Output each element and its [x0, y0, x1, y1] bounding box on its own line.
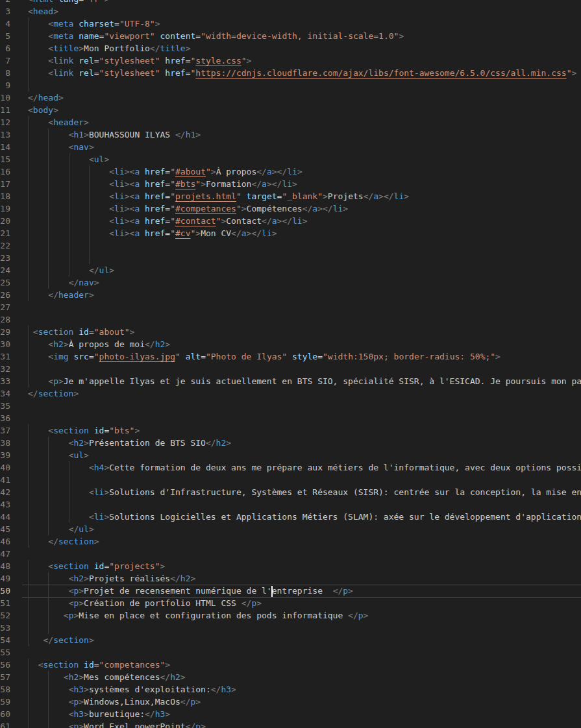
code-line-10[interactable]: 10</head> [0, 91, 581, 104]
code-text[interactable]: <h2>Mes compétences</h2> [28, 671, 186, 683]
line-number-55[interactable]: 55 [0, 646, 10, 659]
line-number-8[interactable]: 8 [0, 67, 10, 79]
code-text[interactable]: <h3>bureutique:</h3> [28, 708, 170, 720]
code-text[interactable]: <h2>Projets réalisés</h2> [28, 572, 195, 585]
code-line-57[interactable]: 57 <h2>Mes compétences</h2> [0, 671, 581, 683]
code-text[interactable]: <img src="photo-ilyas.jpg" alt="Photo de… [28, 350, 501, 363]
code-text[interactable]: </ul> [28, 523, 94, 535]
code-line-11[interactable]: 11<body> [0, 104, 581, 116]
code-line-14[interactable]: 14 <nav> [0, 141, 581, 153]
code-line-47[interactable]: 47 [0, 548, 581, 560]
line-number-14[interactable]: 14 [0, 141, 10, 153]
code-line-26[interactable]: 26 </header> [0, 289, 581, 301]
code-line-45[interactable]: 45 </ul> [0, 523, 581, 535]
code-line-48[interactable]: 48 <section id="projects"> [0, 560, 581, 572]
line-number-48[interactable]: 48 [0, 560, 10, 572]
code-line-54[interactable]: 54 </section> [0, 634, 581, 646]
line-number-42[interactable]: 42 [0, 486, 10, 498]
code-line-6[interactable]: 6 <title>Mon Portfolio</title> [0, 42, 581, 55]
code-line-39[interactable]: 39 <ul> [0, 449, 581, 461]
line-number-45[interactable]: 45 [0, 523, 10, 535]
line-number-53[interactable]: 53 [0, 622, 10, 634]
line-number-15[interactable]: 15 [0, 153, 10, 165]
code-line-21[interactable]: 21 <li><a href="#cv">Mon CV</a></li> [0, 227, 581, 239]
code-line-49[interactable]: 49 <h2>Projets réalisés</h2> [0, 572, 581, 585]
code-line-38[interactable]: 38 <h2>Présentation de BTS SIO</h2> [0, 437, 581, 449]
code-text[interactable]: </head> [28, 91, 64, 104]
line-number-17[interactable]: 17 [0, 178, 10, 190]
code-text[interactable]: <li>Solutions d'Infrastructure, Systèmes… [28, 486, 581, 498]
code-line-42[interactable]: 42 <li>Solutions d'Infrastructure, Systè… [0, 486, 581, 498]
code-text[interactable]: <li>Solutions Logicielles et Application… [28, 511, 581, 523]
code-text[interactable]: <h3>systèmes d'exploitation:</h3> [28, 683, 236, 696]
code-line-4[interactable]: 4 <meta charset="UTF-8"> [0, 18, 581, 30]
code-line-53[interactable]: 53 [0, 622, 581, 634]
code-line-37[interactable]: 37 <section id="bts"> [0, 424, 581, 437]
code-text[interactable]: </nav> [28, 276, 99, 289]
code-text[interactable] [28, 498, 89, 511]
code-text[interactable]: <link rel="stylesheet" href="style.css"> [28, 55, 251, 67]
code-line-50[interactable]: 50 <p>Projet de recensement numérique de… [0, 585, 581, 597]
line-number-40[interactable]: 40 [0, 461, 10, 474]
line-number-43[interactable]: 43 [0, 498, 10, 511]
code-line-29[interactable]: 29 <section id="about"> [0, 326, 581, 338]
code-text[interactable]: <p>Word,Exel,powerPoint</p> [28, 720, 206, 728]
line-number-23[interactable]: 23 [0, 252, 10, 264]
code-line-20[interactable]: 20 <li><a href="#contact">Contact</a></l… [0, 215, 581, 227]
line-number-32[interactable]: 32 [0, 363, 10, 375]
line-number-7[interactable]: 7 [0, 55, 10, 67]
code-text[interactable]: <section id="projects"> [28, 560, 165, 572]
line-number-46[interactable]: 46 [0, 535, 10, 548]
code-line-36[interactable]: 36 [0, 412, 581, 424]
code-line-8[interactable]: 8 <link rel="stylesheet" href="https://c… [0, 67, 581, 79]
code-line-56[interactable]: 56 <section id="competances"> [0, 659, 581, 671]
line-number-31[interactable]: 31 [0, 350, 10, 363]
code-line-34[interactable]: 34</section> [0, 387, 581, 400]
code-text[interactable]: </header> [28, 289, 94, 301]
code-line-19[interactable]: 19 <li><a href="#competances">Compétence… [0, 202, 581, 215]
code-line-51[interactable]: 51 <p>Création de portfolio HTML CSS </p… [0, 597, 581, 609]
line-number-11[interactable]: 11 [0, 104, 10, 116]
code-text[interactable]: <body> [28, 104, 58, 116]
code-line-28[interactable]: 28 [0, 313, 581, 326]
code-text[interactable]: <h2>Présentation de BTS SIO</h2> [28, 437, 231, 449]
line-number-12[interactable]: 12 [0, 116, 10, 128]
line-number-54[interactable]: 54 [0, 634, 10, 646]
code-text[interactable] [28, 79, 48, 91]
code-text[interactable]: <section id="about"> [28, 326, 134, 338]
line-number-10[interactable]: 10 [0, 91, 10, 104]
code-text[interactable]: <li><a href="#competances">Compétences</… [28, 202, 348, 215]
line-number-5[interactable]: 5 [0, 30, 10, 42]
code-text[interactable] [28, 363, 48, 375]
code-text[interactable]: <meta name="viewport" content="width=dev… [28, 30, 404, 42]
code-line-22[interactable]: 22 [0, 239, 581, 252]
line-number-6[interactable]: 6 [0, 42, 10, 55]
line-number-50[interactable]: 50 [0, 585, 10, 597]
code-line-31[interactable]: 31 <img src="photo-ilyas.jpg" alt="Photo… [0, 350, 581, 363]
code-text[interactable]: <p>Création de portfolio HTML CSS </p> [28, 597, 262, 609]
code-text[interactable]: <p>Projet de recensement numérique de l'… [28, 585, 353, 597]
code-line-44[interactable]: 44 <li>Solutions Logicielles et Applicat… [0, 511, 581, 523]
code-text[interactable]: <ul> [28, 449, 89, 461]
code-text[interactable] [28, 622, 69, 634]
code-text[interactable]: <html lang="fr"> [28, 0, 109, 5]
code-line-43[interactable]: 43 [0, 498, 581, 511]
code-text[interactable]: </section> [28, 634, 94, 646]
code-text[interactable]: </ul> [28, 264, 114, 276]
code-line-15[interactable]: 15 <ul> [0, 153, 581, 165]
code-line-61[interactable]: 61 <p>Word,Exel,powerPoint</p> [0, 720, 581, 728]
line-number-38[interactable]: 38 [0, 437, 10, 449]
code-text[interactable]: <nav> [28, 141, 94, 153]
line-number-41[interactable]: 41 [0, 474, 10, 486]
line-number-19[interactable]: 19 [0, 202, 10, 215]
code-line-58[interactable]: 58 <h3>systèmes d'exploitation:</h3> [0, 683, 581, 696]
code-text[interactable]: </section> [28, 535, 99, 548]
code-line-3[interactable]: 3<head> [0, 5, 581, 18]
code-line-18[interactable]: 18 <li><a href="projets.html" target="_b… [0, 190, 581, 202]
code-line-9[interactable]: 9 [0, 79, 581, 91]
line-number-18[interactable]: 18 [0, 190, 10, 202]
code-text[interactable] [28, 239, 109, 252]
line-number-52[interactable]: 52 [0, 609, 10, 622]
line-number-49[interactable]: 49 [0, 572, 10, 585]
line-number-29[interactable]: 29 [0, 326, 10, 338]
